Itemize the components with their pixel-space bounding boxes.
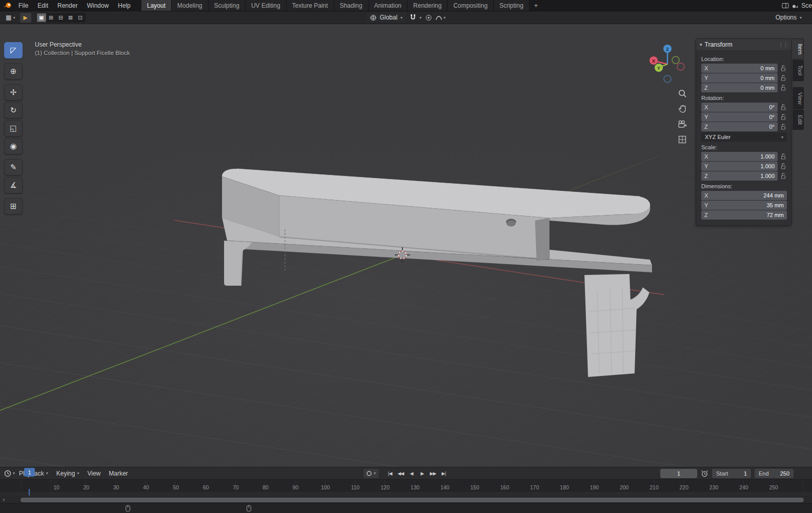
play-reverse-button[interactable]: ◀: [407, 469, 416, 478]
tool-scale[interactable]: ◱: [4, 120, 23, 136]
value-field[interactable]: X 0 mm: [701, 64, 778, 73]
timeline-menu-keying[interactable]: Keying▾: [52, 470, 84, 477]
timeline-editor-type-button[interactable]: ▾: [4, 470, 15, 477]
workspace-tab[interactable]: Layout: [141, 0, 172, 11]
select-mode-invert[interactable]: ⊠: [66, 13, 75, 22]
value-field[interactable]: Z 0 mm: [701, 83, 778, 92]
proportional-editing-toggle[interactable]: [425, 14, 432, 21]
value-field[interactable]: Y 0 mm: [701, 73, 778, 83]
value-field[interactable]: Z 72 mm: [701, 210, 787, 220]
frame-tick-label: 200: [614, 484, 635, 490]
select-mode-new[interactable]: ▣: [37, 13, 46, 22]
navigation-gizmo[interactable]: Z X Y: [647, 42, 689, 89]
value-field[interactable]: Z 1.000: [701, 171, 778, 181]
value-field[interactable]: Y 0°: [701, 112, 778, 122]
workspace-tab[interactable]: Scripting: [494, 0, 530, 11]
workspace-tab[interactable]: UV Editing: [246, 0, 287, 11]
menu-item[interactable]: Render: [53, 2, 82, 9]
transform-panel: ▾ Transform ⋮⋮ Location: X 0 mm: [696, 38, 791, 226]
snap-dropdown[interactable]: ▾: [419, 15, 421, 20]
ortho-toggle-button[interactable]: [676, 133, 689, 146]
timeline-track[interactable]: [0, 492, 812, 496]
value-field[interactable]: X 0°: [701, 103, 778, 112]
transform-orientation-dropdown[interactable]: Global ▾: [367, 13, 407, 23]
timeline-scrollbar-thumb[interactable]: [21, 498, 804, 502]
value-field[interactable]: X 244 mm: [701, 191, 787, 200]
tool-transform[interactable]: ◉: [4, 138, 23, 154]
prev-keyframe-button[interactable]: ◀◀: [396, 469, 405, 478]
workspace-tab[interactable]: Animation: [369, 0, 408, 11]
editor-type-button[interactable]: ▦ ▾: [4, 13, 17, 23]
region-chevron-icon[interactable]: ›: [3, 496, 5, 503]
playhead-badge[interactable]: 1: [24, 468, 35, 477]
menu-item[interactable]: File: [14, 2, 33, 9]
jump-to-end-button[interactable]: ▶|: [439, 469, 449, 478]
value-field[interactable]: X 1.000: [701, 152, 778, 161]
location-z-field: Z 0 mm: [701, 83, 787, 92]
jump-to-start-button[interactable]: |◀: [385, 469, 395, 478]
start-frame-field[interactable]: Start 1: [712, 469, 751, 478]
end-frame-field[interactable]: End 250: [755, 469, 794, 478]
add-workspace-button[interactable]: +: [530, 2, 543, 9]
current-frame-field[interactable]: 1: [660, 469, 697, 478]
value-field[interactable]: Y 1.000: [701, 162, 778, 171]
value-field[interactable]: Z 0°: [701, 122, 778, 131]
lock-icon[interactable]: [780, 85, 787, 91]
lock-icon[interactable]: [780, 104, 787, 110]
menu-item[interactable]: Help: [113, 2, 135, 9]
proportional-falloff-dropdown[interactable]: ▾: [435, 14, 445, 21]
sidebar-tab[interactable]: Edit: [793, 110, 804, 130]
lock-icon[interactable]: [780, 65, 787, 71]
lock-icon[interactable]: [780, 163, 787, 169]
tool-add-cube[interactable]: ⊞: [4, 198, 23, 214]
sidebar-tab[interactable]: Item: [793, 38, 804, 60]
tool-measure[interactable]: ∡: [4, 177, 23, 193]
menu-item[interactable]: Window: [82, 2, 113, 9]
3d-viewport[interactable]: User Perspective (1) Collection | Suppor…: [0, 24, 812, 467]
blender-logo-icon[interactable]: [3, 2, 12, 9]
active-tool-icon[interactable]: ▶: [20, 13, 31, 23]
sidebar-tab[interactable]: View: [793, 87, 804, 110]
timeline-menu-marker[interactable]: Marker: [105, 470, 132, 477]
workspace-tab[interactable]: Texture Paint: [287, 0, 334, 11]
use-preview-range-icon[interactable]: [701, 470, 708, 477]
sidebar-tab[interactable]: Tool: [793, 60, 804, 81]
workspace-tab[interactable]: Compositing: [448, 0, 494, 11]
gizmo-neg-y: [672, 56, 679, 64]
playhead-line[interactable]: [29, 489, 30, 496]
next-keyframe-button[interactable]: ▶▶: [428, 469, 438, 478]
auto-keying-button[interactable]: ▾: [363, 469, 379, 478]
lock-icon[interactable]: [780, 124, 787, 130]
select-mode-extend[interactable]: ⊞: [47, 13, 56, 22]
workspace-tab[interactable]: Shading: [334, 0, 369, 11]
options-dropdown[interactable]: Options▾: [776, 14, 808, 21]
camera-view-button[interactable]: [676, 117, 689, 131]
workspace-tab[interactable]: Sculpting: [209, 0, 246, 11]
lock-icon[interactable]: [780, 153, 787, 160]
workspace-tab[interactable]: Rendering: [408, 0, 448, 11]
timeline-ruler[interactable]: 1020304050607080901001101201301401501601…: [0, 479, 812, 492]
timeline-menu-view[interactable]: View: [83, 470, 105, 477]
transform-panel-header[interactable]: ▾ Transform ⋮⋮: [696, 39, 791, 51]
tool-cursor[interactable]: ⊕: [4, 63, 23, 80]
play-button[interactable]: ▶: [417, 469, 427, 478]
select-mode-intersect[interactable]: ⊡: [76, 13, 85, 22]
zoom-view-button[interactable]: [676, 87, 689, 100]
tool-annotate[interactable]: ✎: [4, 159, 23, 175]
workspace-tab[interactable]: Modeling: [172, 0, 209, 11]
panel-collapse-icon[interactable]: ▾: [700, 42, 702, 47]
tool-select-box[interactable]: ◸: [4, 42, 23, 58]
pan-view-button[interactable]: [676, 102, 689, 115]
value-field[interactable]: Y 35 mm: [701, 201, 787, 210]
lock-icon[interactable]: [780, 173, 787, 179]
tool-move[interactable]: ✢: [4, 84, 23, 101]
lock-icon[interactable]: [780, 114, 787, 120]
scene-selector[interactable]: Sce: [778, 2, 812, 9]
panel-drag-handle-icon[interactable]: ⋮⋮: [778, 42, 787, 48]
select-mode-subtract[interactable]: ⊟: [56, 13, 66, 22]
snap-toggle[interactable]: [410, 14, 416, 21]
lock-icon[interactable]: [780, 75, 787, 81]
rotation-mode-dropdown[interactable]: XYZ Euler ▾: [701, 132, 787, 142]
menu-item[interactable]: Edit: [33, 2, 53, 9]
tool-rotate[interactable]: ↻: [4, 102, 23, 119]
